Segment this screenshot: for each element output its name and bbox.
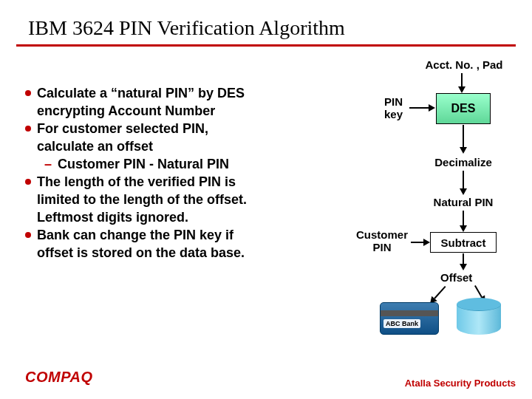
label-acct: Acct. No. , Pad: [412, 58, 516, 71]
bullet-text: calculate an offset: [37, 138, 153, 155]
diagram: Acct. No. , Pad PIN key DES Decimalize N…: [319, 58, 522, 369]
bullet-text: Leftmost digits ignored.: [37, 209, 188, 226]
bullet-dot: [25, 90, 31, 96]
bullet-dot: [25, 126, 31, 132]
compaq-logo: COMPAQ: [25, 369, 93, 386]
page-title: IBM 3624 PIN Verification Algorithm: [0, 0, 532, 44]
bank-card-label: ABC Bank: [383, 319, 420, 328]
bullet-text: limited to the length of the offset.: [37, 191, 247, 208]
content-area: Calculate a “natural PIN” by DES encrypt…: [0, 47, 532, 369]
label-natural: Natural PIN: [423, 196, 504, 208]
label-customer: Customer PIN: [356, 228, 408, 254]
bullet-list: Calculate a “natural PIN” by DES encrypt…: [25, 58, 319, 369]
box-subtract: Subtract: [430, 232, 497, 253]
sub-dash: –: [44, 157, 52, 172]
sub-bullet-text: Customer PIN - Natural PIN: [58, 157, 229, 172]
bullet-text: Bank can change the PIN key if: [37, 227, 233, 244]
bullet-text: offset is stored on the data base.: [37, 245, 245, 262]
box-des: DES: [436, 93, 491, 124]
bullet-text: Calculate a “natural PIN” by DES: [37, 85, 245, 102]
label-offset: Offset: [440, 271, 472, 284]
bullet-dot: [25, 179, 31, 185]
bullet-dot: [25, 232, 31, 238]
bullet-text: encrypting Account Number: [37, 103, 215, 120]
footer-text: Atalla Security Products: [405, 378, 516, 389]
bank-card-icon: ABC Bank: [380, 302, 439, 335]
label-pinkey: PIN key: [384, 95, 403, 121]
bullet-text: The length of the verified PIN is: [37, 174, 236, 191]
database-icon: [457, 298, 501, 335]
label-decimalize: Decimalize: [423, 156, 504, 168]
bullet-text: For customer selected PIN,: [37, 120, 208, 137]
